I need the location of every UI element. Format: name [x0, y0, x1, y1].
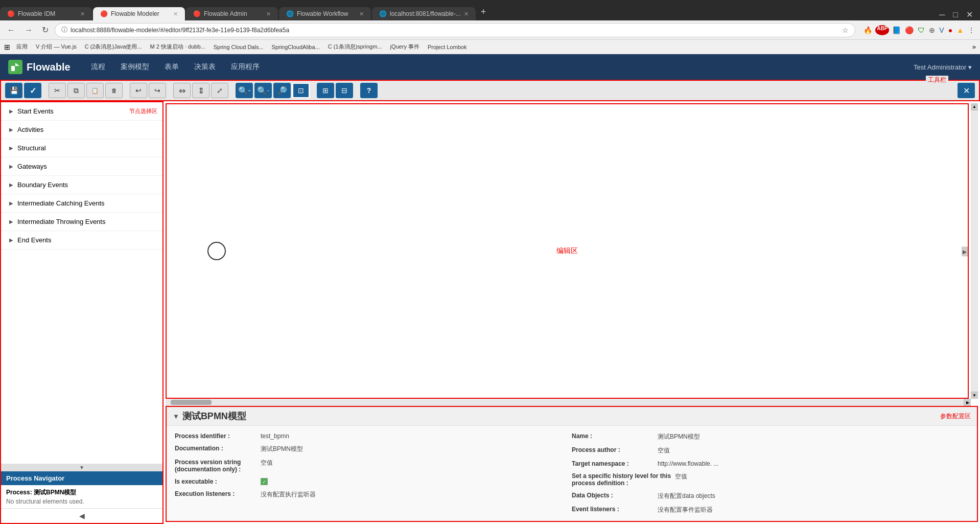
navigate-left[interactable]: ◀	[1, 508, 162, 523]
menu-decision[interactable]: 决策表	[194, 60, 216, 74]
apps-icon[interactable]: ⊞	[4, 43, 10, 51]
ext8-icon[interactable]: ▲	[955, 25, 965, 35]
sidebar-item-gateways[interactable]: ▶ Gateways	[1, 157, 162, 176]
field-execution-listeners: Execution listeners : 没有配置执行监听器	[175, 488, 572, 502]
bookmark-alibaba[interactable]: SpringCloudAliba...	[270, 43, 322, 51]
tab-close-icon[interactable]: ✕	[80, 11, 85, 17]
tab-close-icon[interactable]: ✕	[173, 11, 178, 17]
process-title: 测试BPMN模型	[182, 410, 246, 422]
toolbar-label: 工具栏	[926, 76, 948, 84]
back-button[interactable]: ←	[4, 25, 18, 36]
office-icon[interactable]: 📘	[891, 25, 902, 35]
ext7-icon[interactable]: ●	[947, 25, 953, 35]
close-editor-button[interactable]: ✕	[958, 83, 975, 98]
bookmark-vue[interactable]: V 介绍 — Vue.js	[34, 42, 79, 52]
validate-button[interactable]: ✓	[24, 83, 41, 98]
user-menu[interactable]: Test Administrator ▾	[914, 63, 972, 71]
address-bar[interactable]: ⓘ localhost:8888/flowable-modeler/#/edit…	[55, 23, 855, 37]
adblock-icon[interactable]: ABP	[875, 25, 889, 35]
collapse-button[interactable]: ▼	[173, 413, 179, 420]
ext4-icon[interactable]: 🛡	[917, 25, 926, 35]
cut-button[interactable]: ✂	[49, 83, 66, 98]
zoom-fit-button[interactable]: 🔎	[273, 83, 291, 98]
ext5-icon[interactable]: ⊕	[928, 25, 936, 35]
undo-button[interactable]: ↩	[130, 83, 147, 98]
minimize-button[interactable]: ─	[936, 9, 948, 20]
tab-idm[interactable]: 🔴 Flowable IDM ✕	[0, 7, 92, 20]
close-window-button[interactable]: ✕	[963, 9, 976, 20]
arrow-icon: ▶	[9, 145, 13, 151]
tab-modeler[interactable]: 🔴 Flowable Modeler ✕	[93, 7, 185, 20]
more-bookmarks[interactable]: »	[972, 43, 976, 51]
menu-case-model[interactable]: 案例模型	[121, 60, 149, 74]
new-tab-button[interactable]: +	[477, 7, 491, 17]
sidebar-item-structural[interactable]: ▶ Structural	[1, 139, 162, 157]
tab-close-icon[interactable]: ✕	[359, 11, 364, 17]
svg-marker-1	[15, 63, 19, 66]
horizontal-scrollbar[interactable]: ▶	[166, 399, 971, 406]
bookmark-dubb[interactable]: M 2 快速启动 · dubb...	[148, 42, 207, 52]
navigate-left-icon[interactable]: ◀	[79, 512, 85, 520]
bottom-panel: ▼ 测试BPMN模型 参数配置区 Process identifier : te…	[166, 406, 978, 522]
vertical-scrollbar[interactable]: ▲ ▼	[971, 103, 978, 399]
sidebar-item-boundary-events[interactable]: ▶ Boundary Events	[1, 176, 162, 194]
sidebar-item-intermediate-catching[interactable]: ▶ Intermediate Catching Events	[1, 194, 162, 213]
tab-close-icon[interactable]: ✕	[464, 11, 469, 17]
maximize-button[interactable]: □	[950, 9, 961, 20]
menu-process[interactable]: 流程	[91, 60, 105, 74]
copy-button[interactable]: ⧉	[67, 83, 85, 98]
menu-form[interactable]: 表单	[165, 60, 179, 74]
align-h-button[interactable]: ⇔	[173, 83, 191, 98]
is-executable-checkbox[interactable]: ✓	[261, 478, 268, 485]
tab-admin[interactable]: 🔴 Flowable Admin ✕	[186, 7, 278, 20]
bookmark-jquery[interactable]: jQuery 事件	[388, 42, 421, 52]
sidebar-item-label: Start Events	[17, 107, 54, 115]
sidebar-item-activities[interactable]: ▶ Activities	[1, 121, 162, 139]
sidebar-item-start-events[interactable]: ▶ Start Events 节点选择区	[1, 102, 162, 121]
field-label-version-string: Process version string(documentation onl…	[175, 459, 256, 473]
bookmark-springm[interactable]: C (1条消息)springm...	[326, 42, 384, 52]
save-button[interactable]: 💾	[5, 83, 22, 98]
toggle-grid-button[interactable]: ⊞	[317, 83, 334, 98]
ext3-icon[interactable]: 🔴	[904, 25, 915, 35]
toggle-snap-button[interactable]: ⊟	[336, 83, 353, 98]
scroll-right-arrow[interactable]: ▶	[962, 247, 968, 255]
field-label-is-executable: Is executable :	[175, 478, 256, 485]
sidebar-item-intermediate-throwing[interactable]: ▶ Intermediate Throwing Events	[1, 213, 162, 231]
align-v-button[interactable]: ⇕	[192, 83, 209, 98]
toolbar: 工具栏 💾 ✓ ✂ ⧉ 📋 🗑 ↩ ↪ ⇔ ⇕ ⤢ 🔍+ 🔍− 🔎 ⊡ ⊞ ⊟ …	[0, 80, 980, 101]
process-navigator-header: Process Navigator	[1, 471, 162, 485]
paste-button[interactable]: 📋	[86, 83, 104, 98]
tab-localhost[interactable]: 🌐 localhost:8081/flowable-... ✕	[372, 7, 476, 20]
bookmark-apps[interactable]: 应用	[14, 42, 30, 52]
arrow-icon: ▶	[9, 164, 13, 169]
star-icon[interactable]: ☆	[842, 26, 849, 34]
forward-button[interactable]: →	[21, 25, 36, 36]
help-button[interactable]: ?	[360, 83, 378, 98]
scroll-right-btn[interactable]: ▶	[964, 399, 971, 406]
tab-close-icon[interactable]: ✕	[266, 11, 271, 17]
scroll-down-btn[interactable]: ▼	[971, 392, 978, 399]
scroll-up-btn[interactable]: ▲	[971, 103, 978, 110]
process-label: Process:	[6, 489, 32, 496]
field-value-process-id: test_bpmn	[261, 432, 289, 440]
start-event-circle[interactable]	[207, 242, 226, 260]
zoom-in-button[interactable]: 🔍+	[236, 83, 253, 98]
redo-button[interactable]: ↪	[149, 83, 166, 98]
canvas[interactable]: 编辑区 ▶	[166, 103, 969, 399]
sidebar-item-end-events[interactable]: ▶ End Events	[1, 231, 162, 249]
bookmark-java[interactable]: C (2条消息)Java使用...	[83, 42, 144, 52]
bookmark-lombok[interactable]: Project Lombok	[426, 43, 469, 51]
bookmark-spring-cloud[interactable]: Spring Cloud Dals...	[212, 43, 266, 51]
delete-button[interactable]: 🗑	[105, 83, 123, 98]
menu-app[interactable]: 应用程序	[231, 60, 260, 74]
extensions-icon[interactable]: 🔥	[862, 25, 873, 35]
ext6-icon[interactable]: V	[938, 25, 945, 35]
zoom-all-button[interactable]: ⊡	[292, 83, 310, 98]
tab-workflow[interactable]: 🌐 Flowable Workflow ✕	[279, 7, 371, 20]
scroll-down[interactable]: ▼	[1, 464, 162, 471]
refresh-button[interactable]: ↻	[39, 24, 52, 36]
zoom-out-button[interactable]: 🔍−	[254, 83, 272, 98]
align-expand-button[interactable]: ⤢	[211, 83, 228, 98]
settings-menu-icon[interactable]: ⋮	[967, 25, 976, 35]
